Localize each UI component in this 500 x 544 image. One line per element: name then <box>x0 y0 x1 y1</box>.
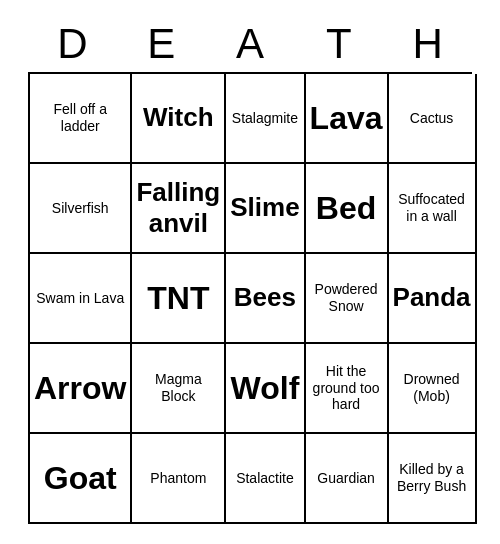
bingo-cell-14: Panda <box>389 254 477 344</box>
bingo-cell-22: Stalactite <box>226 434 305 524</box>
bingo-cell-16: Magma Block <box>132 344 226 434</box>
cell-text-6: Falling anvil <box>136 177 220 239</box>
cell-text-20: Goat <box>44 459 117 497</box>
bingo-cell-6: Falling anvil <box>132 164 226 254</box>
bingo-cell-23: Guardian <box>306 434 389 524</box>
cell-text-23: Guardian <box>317 470 375 487</box>
cell-text-17: Wolf <box>231 369 300 407</box>
bingo-cell-9: Suffocated in a wall <box>389 164 477 254</box>
bingo-cell-3: Lava <box>306 74 389 164</box>
bingo-cell-18: Hit the ground too hard <box>306 344 389 434</box>
bingo-cell-8: Bed <box>306 164 389 254</box>
bingo-cell-10: Swam in Lava <box>30 254 132 344</box>
cell-text-16: Magma Block <box>136 371 220 405</box>
bingo-cell-20: Goat <box>30 434 132 524</box>
bingo-cell-15: Arrow <box>30 344 132 434</box>
bingo-cell-4: Cactus <box>389 74 477 164</box>
cell-text-3: Lava <box>310 99 383 137</box>
title-letter-a: A <box>208 20 292 68</box>
bingo-cell-13: Powdered Snow <box>306 254 389 344</box>
title-letter-t: T <box>297 20 381 68</box>
bingo-cell-17: Wolf <box>226 344 305 434</box>
cell-text-10: Swam in Lava <box>36 290 124 307</box>
bingo-cell-2: Stalagmite <box>226 74 305 164</box>
bingo-grid: Fell off a ladderWitchStalagmiteLavaCact… <box>28 72 472 524</box>
bingo-cell-19: Drowned (Mob) <box>389 344 477 434</box>
cell-text-9: Suffocated in a wall <box>393 191 471 225</box>
cell-text-21: Phantom <box>150 470 206 487</box>
bingo-cell-0: Fell off a ladder <box>30 74 132 164</box>
cell-text-5: Silverfish <box>52 200 109 217</box>
cell-text-24: Killed by a Berry Bush <box>393 461 471 495</box>
cell-text-18: Hit the ground too hard <box>310 363 383 413</box>
title-letter-h: H <box>386 20 470 68</box>
cell-text-19: Drowned (Mob) <box>393 371 471 405</box>
bingo-cell-21: Phantom <box>132 434 226 524</box>
bingo-cell-7: Slime <box>226 164 305 254</box>
title-letter-d: D <box>30 20 114 68</box>
cell-text-22: Stalactite <box>236 470 294 487</box>
cell-text-8: Bed <box>316 189 376 227</box>
cell-text-0: Fell off a ladder <box>34 101 126 135</box>
cell-text-12: Bees <box>234 282 296 313</box>
cell-text-2: Stalagmite <box>232 110 298 127</box>
bingo-cell-1: Witch <box>132 74 226 164</box>
bingo-cell-5: Silverfish <box>30 164 132 254</box>
cell-text-7: Slime <box>230 192 299 223</box>
bingo-cell-11: TNT <box>132 254 226 344</box>
bingo-cell-12: Bees <box>226 254 305 344</box>
cell-text-13: Powdered Snow <box>310 281 383 315</box>
cell-text-4: Cactus <box>410 110 454 127</box>
cell-text-1: Witch <box>143 102 214 133</box>
cell-text-14: Panda <box>393 282 471 313</box>
bingo-card: D E A T H Fell off a ladderWitchStalagmi… <box>20 12 480 532</box>
title-letter-e: E <box>119 20 203 68</box>
cell-text-11: TNT <box>147 279 209 317</box>
bingo-title: D E A T H <box>28 20 472 68</box>
cell-text-15: Arrow <box>34 369 126 407</box>
bingo-cell-24: Killed by a Berry Bush <box>389 434 477 524</box>
